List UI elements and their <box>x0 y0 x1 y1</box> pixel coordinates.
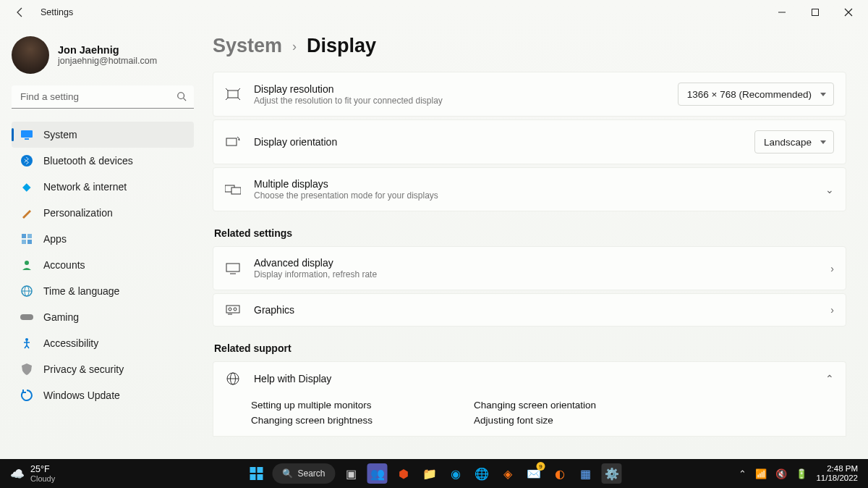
search-input[interactable] <box>12 85 194 109</box>
edge-icon[interactable]: ◉ <box>446 463 466 484</box>
resolution-dropdown[interactable]: 1366 × 768 (Recommended) <box>678 83 834 106</box>
setting-multiple-displays[interactable]: Multiple displays Choose the presentatio… <box>213 167 846 211</box>
svg-point-11 <box>25 261 29 265</box>
help-link[interactable]: Setting up multiple monitors <box>251 400 373 411</box>
sidebar-item-personalization[interactable]: Personalization <box>12 200 194 226</box>
svg-rect-1 <box>812 9 819 16</box>
office-icon[interactable]: ⬢ <box>393 463 414 484</box>
profile-name: Jon Jaehnig <box>58 44 157 56</box>
setting-subtitle: Display information, refresh rate <box>254 269 817 279</box>
taskbar-clock[interactable]: 2:48 PM 11/18/2022 <box>816 464 858 483</box>
setting-subtitle: Choose the presentation mode for your di… <box>254 190 812 201</box>
chrome-icon[interactable]: 🌐 <box>472 463 492 484</box>
main-content: System › Display Display resolution Adju… <box>203 25 868 459</box>
window-title: Settings <box>41 7 73 17</box>
svg-rect-17 <box>228 91 238 98</box>
accessibility-icon <box>20 337 33 350</box>
setting-title: Multiple displays <box>254 178 812 190</box>
help-links: Setting up multiple monitors Changing sc… <box>213 395 846 437</box>
svg-line-3 <box>184 98 187 101</box>
setting-title: Graphics <box>254 304 817 316</box>
sidebar-item-apps[interactable]: Apps <box>12 226 194 252</box>
setting-title: Help with Display <box>254 373 812 384</box>
svg-point-25 <box>234 308 237 311</box>
sidebar-item-accessibility[interactable]: Accessibility <box>12 330 194 356</box>
settings-icon[interactable]: ⚙️ <box>602 463 622 484</box>
search-icon: 🔍 <box>282 468 293 479</box>
setting-title: Advanced display <box>254 257 817 269</box>
setting-display-resolution[interactable]: Display resolution Adjust the resolution… <box>213 72 846 117</box>
svg-rect-15 <box>20 314 33 320</box>
apps-icon <box>20 232 33 245</box>
sidebar-item-privacy[interactable]: Privacy & security <box>12 356 194 382</box>
taskbar-weather[interactable]: ☁️ 25°F Cloudy <box>0 464 55 483</box>
profile-block[interactable]: Jon Jaehnig jonjaehnig@hotmail.com <box>12 33 194 85</box>
sidebar-item-label: Network & internet <box>43 181 127 193</box>
battery-tray-icon[interactable]: 🔋 <box>796 468 807 479</box>
update-icon <box>20 389 33 402</box>
tray-expand-icon[interactable]: ⌃ <box>739 468 746 479</box>
wifi-tray-icon[interactable]: 📶 <box>755 468 767 479</box>
help-link[interactable]: Changing screen brightness <box>251 415 373 426</box>
sidebar-item-label: Accounts <box>43 259 85 271</box>
maximize-button[interactable] <box>799 1 832 24</box>
calculator-icon[interactable]: ▦ <box>576 463 596 484</box>
teams-icon[interactable]: 👥 <box>367 463 388 484</box>
sidebar-item-label: Time & language <box>43 285 119 297</box>
back-button[interactable] <box>13 5 27 20</box>
setting-display-orientation[interactable]: Display orientation Landscape <box>213 119 846 164</box>
sidebar-item-bluetooth[interactable]: Bluetooth & devices <box>12 148 194 174</box>
setting-advanced-display[interactable]: Advanced display Display information, re… <box>213 246 846 290</box>
help-globe-icon <box>225 372 241 385</box>
app-icon[interactable]: ◐ <box>550 463 570 484</box>
sidebar-item-time[interactable]: Time & language <box>12 278 194 304</box>
sidebar-item-label: Gaming <box>43 311 79 323</box>
chevron-right-icon: › <box>830 304 834 316</box>
orientation-dropdown[interactable]: Landscape <box>754 130 834 153</box>
breadcrumb-parent[interactable]: System <box>213 35 282 57</box>
setting-graphics[interactable]: Graphics › <box>213 293 846 327</box>
svg-rect-5 <box>25 138 29 140</box>
gaming-icon <box>20 311 33 324</box>
monitor-icon <box>225 263 241 274</box>
help-with-display[interactable]: Help with Display ⌃ <box>213 361 846 395</box>
volume-tray-icon[interactable]: 🔇 <box>775 468 787 479</box>
resolution-icon <box>225 88 241 100</box>
svg-point-16 <box>25 338 28 341</box>
svg-point-6 <box>21 155 33 167</box>
globe-icon <box>20 285 33 298</box>
sidebar-item-update[interactable]: Windows Update <box>12 382 194 408</box>
brave-icon[interactable]: ◈ <box>498 463 518 484</box>
chevron-right-icon: › <box>292 39 297 54</box>
svg-rect-33 <box>257 474 263 480</box>
chevron-right-icon: › <box>830 263 834 274</box>
start-button[interactable] <box>246 463 266 484</box>
setting-subtitle: Adjust the resolution to fit your connec… <box>254 96 665 106</box>
mail-icon[interactable]: ✉️9 <box>524 463 544 484</box>
sidebar-item-label: Bluetooth & devices <box>43 155 133 167</box>
minimize-button[interactable] <box>765 1 799 24</box>
explorer-icon[interactable]: 📁 <box>420 463 440 484</box>
sidebar-item-system[interactable]: System <box>12 122 194 148</box>
multiple-displays-icon <box>225 184 241 195</box>
help-link[interactable]: Adjusting font size <box>474 415 596 426</box>
dropdown-value: 1366 × 768 (Recommended) <box>687 89 812 100</box>
sidebar-item-label: Apps <box>43 233 67 245</box>
close-button[interactable] <box>832 1 865 24</box>
help-link[interactable]: Changing screen orientation <box>474 400 596 411</box>
chevron-up-icon: ⌃ <box>825 373 834 384</box>
sidebar-item-accounts[interactable]: Accounts <box>12 252 194 278</box>
titlebar: Settings <box>0 0 868 25</box>
graphics-icon <box>225 305 241 315</box>
svg-rect-31 <box>257 467 263 473</box>
sidebar-item-gaming[interactable]: Gaming <box>12 304 194 330</box>
weather-icon: ☁️ <box>10 467 25 481</box>
svg-rect-20 <box>231 188 241 194</box>
dropdown-value: Landscape <box>764 137 812 148</box>
task-view-icon[interactable]: ▣ <box>341 463 362 484</box>
svg-rect-32 <box>250 474 255 480</box>
sidebar-item-network[interactable]: ◆ Network & internet <box>12 174 194 200</box>
taskbar-search[interactable]: 🔍Search <box>272 463 335 484</box>
clock-time: 2:48 PM <box>816 464 858 474</box>
svg-rect-4 <box>21 130 33 138</box>
